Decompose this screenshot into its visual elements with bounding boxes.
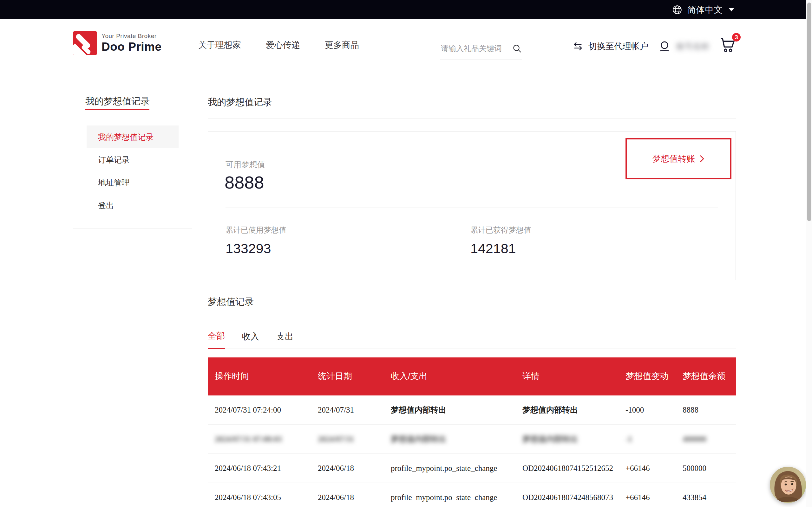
table-cell: 400000	[676, 435, 736, 444]
sidebar-title: 我的梦想值记录	[85, 95, 150, 108]
table-cell: 433854	[676, 493, 736, 502]
sidebar-menu: 我的梦想值记录订单记录地址管理登出	[87, 125, 179, 217]
records-section-title: 梦想值记录	[208, 296, 254, 308]
sidebar-item[interactable]: 登出	[87, 194, 179, 217]
scrollbar-thumb[interactable]	[807, 3, 811, 221]
header-cell: 操作时间	[208, 370, 311, 383]
points-summary-card: 可用梦想值 8888 梦想值转账 累计已使用梦想值 133293 累计已获得梦想…	[208, 131, 736, 280]
table-cell: 梦想值内部转出	[515, 405, 618, 415]
scrollbar	[806, 0, 812, 507]
switch-account-label: 切换至代理帐户	[589, 41, 648, 52]
header-cell: 梦想值余额	[676, 370, 736, 383]
table-cell: -1	[618, 435, 676, 444]
table-cell: 500000	[676, 464, 736, 473]
language-label: 简体中文	[687, 4, 723, 15]
account-button[interactable]: 账号名称	[658, 38, 709, 55]
header-divider	[537, 40, 537, 60]
chevron-down-icon	[729, 8, 734, 11]
table-body: 2024/07/31 07:24:002024/07/31梦想值内部转出梦想值内…	[208, 395, 736, 507]
avatar	[770, 467, 806, 503]
table-row: 2024/06/18 07:43:052024/06/18profile_myp…	[208, 483, 736, 507]
title-divider	[208, 118, 736, 119]
records-divider	[208, 315, 736, 315]
chat-avatar-button[interactable]	[770, 467, 806, 503]
table-cell: 8888	[676, 406, 736, 414]
used-points-label: 累计已使用梦想值	[225, 225, 287, 235]
swap-arrows-icon	[572, 41, 584, 52]
table-cell: 2024/06/18	[311, 464, 384, 473]
table-row: 2024/07/31 07:08:032024/07/31梦想值内部转出梦想值内…	[208, 425, 736, 454]
table-cell: OD20240618074152512652	[515, 464, 618, 473]
table-cell: 2024/07/31 07:08:03	[208, 435, 311, 444]
table-cell: +66146	[618, 493, 676, 502]
search-box	[440, 38, 522, 60]
header-cell: 收入/支出	[384, 370, 515, 383]
sidebar-item[interactable]: 我的梦想值记录	[87, 125, 179, 148]
sidebar-title-underline	[85, 109, 149, 110]
nav-item[interactable]: 关于理想家	[198, 39, 241, 51]
logo[interactable]: Your Private Broker Doo Prime	[73, 31, 162, 55]
chevron-right-icon	[699, 154, 705, 163]
records-tabs: 全部收入支出	[208, 328, 736, 349]
transfer-label: 梦想值转账	[653, 153, 695, 164]
nav-item[interactable]: 更多商品	[325, 39, 359, 51]
table-cell: 梦想值内部转出	[515, 434, 618, 444]
header-cell: 梦想值变动	[618, 370, 676, 383]
table-cell: profile_mypoint.po_state_change	[384, 493, 515, 502]
header-cell: 详情	[515, 370, 618, 383]
table-row: 2024/07/31 07:24:002024/07/31梦想值内部转出梦想值内…	[208, 395, 736, 425]
person-icon	[658, 39, 671, 54]
transfer-highlight-box: 梦想值转账	[625, 138, 731, 179]
table-cell: 2024/06/18 07:43:21	[208, 464, 311, 473]
table-cell: 2024/07/31	[311, 435, 384, 444]
sidebar-item[interactable]: 订单记录	[87, 148, 179, 171]
search-input[interactable]	[440, 44, 507, 53]
username-redacted: 账号名称	[676, 41, 709, 52]
page-title: 我的梦想值记录	[208, 96, 272, 109]
available-points-label: 可用梦想值	[225, 159, 265, 170]
table-cell: +66146	[618, 464, 676, 473]
table-cell: profile_mypoint.po_state_change	[384, 464, 515, 473]
logo-tagline: Your Private Broker	[101, 33, 162, 40]
earned-points-value: 142181	[470, 241, 531, 257]
table-cell: 2024/06/18	[311, 493, 384, 502]
transfer-link[interactable]: 梦想值转账	[653, 153, 705, 164]
tab[interactable]: 全部	[208, 330, 225, 349]
cart-button[interactable]: 3	[718, 36, 740, 57]
card-divider	[225, 208, 718, 208]
available-points-value: 8888	[224, 172, 264, 193]
sidebar: 我的梦想值记录 我的梦想值记录订单记录地址管理登出	[73, 81, 192, 228]
switch-account-button[interactable]: 切换至代理帐户	[572, 38, 648, 55]
tab[interactable]: 收入	[242, 331, 259, 349]
table-row: 2024/06/18 07:43:212024/06/18profile_myp…	[208, 454, 736, 483]
doo-prime-logo-icon	[73, 31, 97, 55]
table-cell: 梦想值内部转出	[384, 405, 515, 415]
table-cell: OD20240618074248568073	[515, 493, 618, 502]
table-cell: -1000	[618, 406, 676, 414]
main-nav: 关于理想家爱心传递更多商品	[198, 39, 359, 51]
table-cell: 2024/06/18 07:43:05	[208, 493, 311, 502]
header-cell: 统计日期	[311, 370, 384, 383]
globe-icon	[672, 4, 682, 15]
search-icon[interactable]	[512, 43, 522, 54]
table-cell: 2024/07/31	[311, 406, 384, 414]
table-header: 操作时间统计日期收入/支出详情梦想值变动梦想值余额	[208, 357, 736, 395]
nav-item[interactable]: 爱心传递	[266, 39, 300, 51]
table-cell: 2024/07/31 07:24:00	[208, 406, 311, 414]
tab[interactable]: 支出	[276, 331, 293, 349]
language-selector[interactable]: 简体中文	[672, 0, 734, 19]
table-cell: 梦想值内部转出	[384, 434, 515, 444]
records-table: 操作时间统计日期收入/支出详情梦想值变动梦想值余额 2024/07/31 07:…	[208, 357, 736, 507]
used-points-value: 133293	[225, 241, 287, 257]
earned-points-label: 累计已获得梦想值	[470, 225, 531, 235]
cart-badge: 3	[732, 33, 741, 42]
logo-brand: Doo Prime	[101, 40, 162, 54]
sidebar-item[interactable]: 地址管理	[87, 171, 179, 194]
